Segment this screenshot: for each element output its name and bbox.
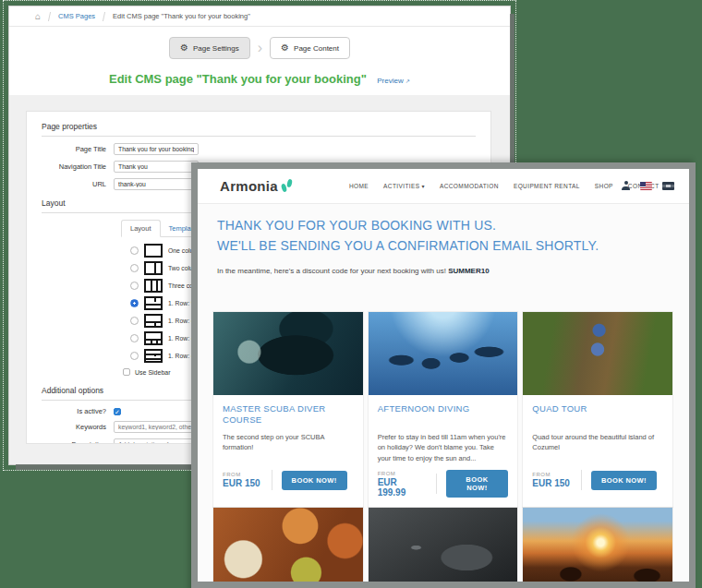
url-label: URL [42,180,114,188]
card-afternoon-diving: AFTERNOON DIVING Prefer to stay in bed t… [369,312,518,507]
page-content-label: Page Content [294,44,339,53]
tab-layout[interactable]: Layout [121,220,161,237]
card-seafood [213,508,363,582]
main-nav: HOME ACTIVITIES▾ ACCOMMODATION EQUIPMENT… [349,169,660,203]
page-settings-button[interactable]: ⚙ Page Settings [169,37,250,59]
price-block: FROM EUR 199.99 [378,471,425,498]
breadcrumb-divider [48,12,51,21]
price-value: EUR 150 [223,478,260,488]
header-icons [622,181,674,190]
activity-cards-row-2 [213,508,672,582]
armonia-logo[interactable]: Armonia [220,178,293,194]
layout-2-1-icon [144,296,163,310]
night-dive-image[interactable] [369,508,518,582]
breadcrumb-divider [103,12,105,21]
breadcrumb: ⌂ CMS Pages Edit CMS page "Thank you for… [9,6,510,27]
is-active-label: Is active? [42,407,114,415]
radio-selected-icon[interactable] [130,299,139,307]
radio-icon[interactable] [130,352,139,360]
card-description: Prefer to stay in bed till 11am when you… [378,432,509,467]
card-description: The second step on your SCUBA formation! [223,432,354,467]
checkbox-icon[interactable] [123,368,130,376]
preview-label: Preview [377,77,403,85]
nav-home[interactable]: HOME [349,183,369,189]
armonia-site-window: Armonia HOME ACTIVITIES▾ ACCOMMODATION E… [198,169,689,582]
caret-down-icon: ▾ [422,184,425,189]
logo-text: Armonia [220,178,278,194]
layout-1-2-icon [144,314,163,328]
nav-accommodation[interactable]: ACCOMMODATION [440,183,499,189]
is-active-checkbox[interactable]: ✓ [114,408,121,415]
from-label: FROM [532,472,570,477]
scuba-diver-image[interactable] [213,312,363,395]
user-account-icon[interactable] [622,181,630,190]
price-block: FROM EUR 150 [223,472,260,488]
footprints-icon [282,179,293,194]
from-label: FROM [378,471,425,476]
use-sidebar-label: Use Sidebar [135,369,171,376]
card-title[interactable]: MASTER SCUBA DIVER COURSE [223,403,354,426]
section-page-properties: Page properties [42,119,476,137]
nav-activities[interactable]: ACTIVITIES▾ [383,183,425,189]
divers-group-image[interactable] [369,312,518,395]
chevron-right-icon: › [258,41,262,55]
gear-icon: ⚙ [180,43,188,53]
nav-activities-label: ACTIVITIES [383,183,419,189]
card-sunset-ride [523,508,672,582]
url-input[interactable] [114,178,199,190]
flag-us-icon[interactable] [640,182,652,190]
book-now-button[interactable]: BOOK NOW! [446,470,509,498]
layout-3col-icon [144,279,163,293]
page-settings-label: Page Settings [193,44,239,53]
radio-icon[interactable] [130,264,139,272]
layout-1-2-1-icon [144,349,163,363]
nav-shop[interactable]: SHOP [595,183,613,189]
radio-icon[interactable] [130,334,139,342]
layout-1col-icon [144,244,163,258]
quad-bike-image[interactable] [523,312,672,395]
activity-cards: MASTER SCUBA DIVER COURSE The second ste… [213,312,672,507]
price-block: FROM EUR 150 [532,472,570,488]
card-quad-tour: QUAD TOUR Quad tour around the beautiful… [523,312,672,507]
price-value: EUR 150 [532,478,570,488]
radio-icon[interactable] [130,246,139,255]
card-title[interactable]: AFTERNOON DIVING [378,403,509,426]
step-buttons: ⚙ Page Settings › ⚙ Page Content [9,37,510,59]
book-now-button[interactable]: BOOK NOW! [282,471,347,490]
radio-icon[interactable] [130,282,139,290]
breadcrumb-current: Edit CMS page "Thank you for your bookin… [113,12,250,20]
radio-icon[interactable] [130,317,139,325]
divider [581,470,582,490]
navigation-title-label: Navigation Title [42,162,114,171]
external-link-icon: ↗ [405,78,410,84]
price-value: EUR 199.99 [378,477,425,498]
book-now-button[interactable]: BOOK NOW! [591,471,657,490]
divider [436,474,437,494]
home-icon[interactable]: ⌂ [35,12,41,21]
page-title: Edit CMS page "Thank you for your bookin… [109,72,367,86]
navigation-title-input[interactable] [114,161,199,173]
heading-line-1: THANK YOU FOR YOUR BOOKING WITH US. [217,216,689,236]
promo-text: In the meantime, here's a discount code … [217,267,446,275]
card-description: Quad tour around the beautiful island of… [532,432,663,467]
card-master-scuba: MASTER SCUBA DIVER COURSE The second ste… [213,312,363,507]
discount-message: In the meantime, here's a discount code … [217,267,689,275]
layout-1-3-icon [144,331,163,345]
flag-language-icon[interactable] [662,182,674,190]
breadcrumb-cms-pages[interactable]: CMS Pages [58,12,95,20]
card-title[interactable]: QUAD TOUR [532,403,663,426]
page-title-input[interactable] [114,143,199,155]
preview-window-frame: Armonia HOME ACTIVITIES▾ ACCOMMODATION E… [191,162,696,588]
page-content-button[interactable]: ⚙ Page Content [270,37,350,59]
seafood-dishes-image[interactable] [213,508,363,582]
layout-2col-icon [144,261,163,275]
card-night-dive [369,508,518,582]
keywords-label: Keywords [42,423,114,431]
divider [272,470,272,490]
preview-link[interactable]: Preview ↗ [377,77,410,85]
promo-code: SUMMER10 [448,267,489,275]
site-header: Armonia HOME ACTIVITIES▾ ACCOMMODATION E… [198,169,689,204]
sunset-horse-ride-image[interactable] [523,508,672,582]
thank-you-heading: THANK YOU FOR YOUR BOOKING WITH US. WE'L… [217,216,689,256]
nav-equipment-rental[interactable]: EQUIPMENT RENTAL [514,183,580,189]
